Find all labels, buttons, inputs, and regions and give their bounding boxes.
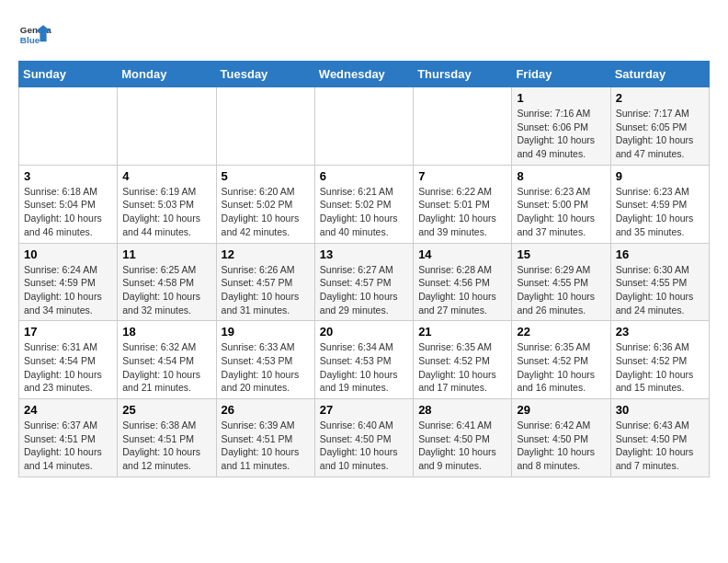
day-number: 11 [122, 247, 210, 261]
calendar-header: SundayMondayTuesdayWednesdayThursdayFrid… [19, 62, 710, 87]
day-info: Sunrise: 6:19 AM Sunset: 5:03 PM Dayligh… [122, 185, 210, 239]
day-info: Sunrise: 6:35 AM Sunset: 4:52 PM Dayligh… [517, 340, 605, 395]
day-number: 5 [222, 169, 310, 183]
day-info: Sunrise: 6:33 AM Sunset: 4:53 PM Dayligh… [222, 340, 310, 395]
day-cell: 20Sunrise: 6:34 AM Sunset: 4:53 PM Dayli… [314, 321, 413, 399]
weekday-header-monday: Monday [118, 62, 216, 87]
day-number: 29 [517, 403, 605, 417]
day-number: 9 [616, 169, 704, 183]
day-cell: 27Sunrise: 6:40 AM Sunset: 4:50 PM Dayli… [314, 399, 413, 477]
day-number: 7 [418, 169, 506, 183]
weekday-header-tuesday: Tuesday [216, 62, 314, 87]
day-info: Sunrise: 6:32 AM Sunset: 4:54 PM Dayligh… [122, 340, 210, 395]
weekday-header-thursday: Thursday [414, 62, 512, 87]
day-cell [118, 87, 216, 166]
day-cell [414, 87, 512, 166]
day-cell: 29Sunrise: 6:42 AM Sunset: 4:50 PM Dayli… [512, 399, 610, 477]
day-info: Sunrise: 6:40 AM Sunset: 4:50 PM Dayligh… [320, 419, 408, 473]
day-number: 17 [24, 325, 112, 339]
day-number: 12 [222, 247, 310, 261]
day-number: 6 [320, 169, 408, 183]
day-cell [314, 87, 413, 166]
day-cell: 1Sunrise: 7:16 AM Sunset: 6:06 PM Daylig… [512, 87, 610, 166]
day-number: 13 [320, 247, 408, 261]
day-info: Sunrise: 7:16 AM Sunset: 6:06 PM Dayligh… [517, 107, 605, 161]
day-cell: 30Sunrise: 6:43 AM Sunset: 4:50 PM Dayli… [610, 399, 709, 477]
header: General Blue [18, 18, 710, 52]
svg-text:Blue: Blue [20, 35, 40, 45]
day-number: 14 [418, 247, 506, 261]
day-info: Sunrise: 6:28 AM Sunset: 4:56 PM Dayligh… [418, 263, 506, 317]
day-cell: 10Sunrise: 6:24 AM Sunset: 4:59 PM Dayli… [19, 243, 118, 321]
day-cell [19, 87, 118, 166]
calendar-table: SundayMondayTuesdayWednesdayThursdayFrid… [18, 61, 710, 477]
weekday-row: SundayMondayTuesdayWednesdayThursdayFrid… [19, 62, 710, 87]
day-cell: 16Sunrise: 6:30 AM Sunset: 4:55 PM Dayli… [610, 243, 709, 321]
day-cell: 24Sunrise: 6:37 AM Sunset: 4:51 PM Dayli… [19, 399, 118, 477]
day-info: Sunrise: 6:42 AM Sunset: 4:50 PM Dayligh… [517, 419, 605, 473]
day-info: Sunrise: 6:37 AM Sunset: 4:51 PM Dayligh… [24, 419, 112, 473]
day-info: Sunrise: 6:21 AM Sunset: 5:02 PM Dayligh… [320, 185, 408, 239]
day-cell: 17Sunrise: 6:31 AM Sunset: 4:54 PM Dayli… [19, 321, 118, 399]
day-cell: 4Sunrise: 6:19 AM Sunset: 5:03 PM Daylig… [118, 165, 216, 243]
week-row-4: 17Sunrise: 6:31 AM Sunset: 4:54 PM Dayli… [19, 321, 710, 399]
calendar-body: 1Sunrise: 7:16 AM Sunset: 6:06 PM Daylig… [19, 87, 710, 477]
day-number: 8 [517, 169, 605, 183]
day-cell: 23Sunrise: 6:36 AM Sunset: 4:52 PM Dayli… [610, 321, 709, 399]
day-info: Sunrise: 6:18 AM Sunset: 5:04 PM Dayligh… [24, 185, 112, 239]
day-cell: 5Sunrise: 6:20 AM Sunset: 5:02 PM Daylig… [216, 165, 314, 243]
day-info: Sunrise: 6:24 AM Sunset: 4:59 PM Dayligh… [24, 263, 112, 317]
day-info: Sunrise: 6:43 AM Sunset: 4:50 PM Dayligh… [616, 419, 704, 473]
day-cell: 13Sunrise: 6:27 AM Sunset: 4:57 PM Dayli… [314, 243, 413, 321]
day-number: 25 [122, 403, 210, 417]
day-number: 16 [616, 247, 704, 261]
day-cell: 15Sunrise: 6:29 AM Sunset: 4:55 PM Dayli… [512, 243, 610, 321]
week-row-1: 1Sunrise: 7:16 AM Sunset: 6:06 PM Daylig… [19, 87, 710, 166]
day-number: 2 [616, 91, 704, 105]
day-cell: 22Sunrise: 6:35 AM Sunset: 4:52 PM Dayli… [512, 321, 610, 399]
weekday-header-wednesday: Wednesday [314, 62, 413, 87]
day-number: 27 [320, 403, 408, 417]
day-cell: 21Sunrise: 6:35 AM Sunset: 4:52 PM Dayli… [414, 321, 512, 399]
weekday-header-sunday: Sunday [19, 62, 118, 87]
day-cell: 12Sunrise: 6:26 AM Sunset: 4:57 PM Dayli… [216, 243, 314, 321]
day-cell: 14Sunrise: 6:28 AM Sunset: 4:56 PM Dayli… [414, 243, 512, 321]
day-cell [216, 87, 314, 166]
day-number: 15 [517, 247, 605, 261]
day-number: 28 [418, 403, 506, 417]
day-cell: 25Sunrise: 6:38 AM Sunset: 4:51 PM Dayli… [118, 399, 216, 477]
day-number: 26 [222, 403, 310, 417]
day-info: Sunrise: 6:25 AM Sunset: 4:58 PM Dayligh… [122, 263, 210, 317]
day-cell: 19Sunrise: 6:33 AM Sunset: 4:53 PM Dayli… [216, 321, 314, 399]
day-number: 21 [418, 325, 506, 339]
day-cell: 2Sunrise: 7:17 AM Sunset: 6:05 PM Daylig… [610, 87, 709, 166]
day-info: Sunrise: 6:35 AM Sunset: 4:52 PM Dayligh… [418, 340, 506, 395]
logo: General Blue [18, 18, 51, 52]
week-row-2: 3Sunrise: 6:18 AM Sunset: 5:04 PM Daylig… [19, 165, 710, 243]
day-cell: 18Sunrise: 6:32 AM Sunset: 4:54 PM Dayli… [118, 321, 216, 399]
day-info: Sunrise: 6:29 AM Sunset: 4:55 PM Dayligh… [517, 263, 605, 317]
day-info: Sunrise: 6:36 AM Sunset: 4:52 PM Dayligh… [616, 340, 704, 395]
day-number: 22 [517, 325, 605, 339]
week-row-5: 24Sunrise: 6:37 AM Sunset: 4:51 PM Dayli… [19, 399, 710, 477]
day-info: Sunrise: 6:41 AM Sunset: 4:50 PM Dayligh… [418, 419, 506, 473]
day-info: Sunrise: 6:38 AM Sunset: 4:51 PM Dayligh… [122, 419, 210, 473]
day-number: 1 [517, 91, 605, 105]
day-cell: 3Sunrise: 6:18 AM Sunset: 5:04 PM Daylig… [19, 165, 118, 243]
day-info: Sunrise: 6:31 AM Sunset: 4:54 PM Dayligh… [24, 340, 112, 395]
day-info: Sunrise: 6:26 AM Sunset: 4:57 PM Dayligh… [222, 263, 310, 317]
day-cell: 9Sunrise: 6:23 AM Sunset: 4:59 PM Daylig… [610, 165, 709, 243]
day-info: Sunrise: 6:20 AM Sunset: 5:02 PM Dayligh… [222, 185, 310, 239]
weekday-header-saturday: Saturday [610, 62, 709, 87]
day-number: 3 [24, 169, 112, 183]
day-number: 23 [616, 325, 704, 339]
day-info: Sunrise: 6:23 AM Sunset: 4:59 PM Dayligh… [616, 185, 704, 239]
day-cell: 11Sunrise: 6:25 AM Sunset: 4:58 PM Dayli… [118, 243, 216, 321]
logo-icon: General Blue [18, 18, 51, 52]
week-row-3: 10Sunrise: 6:24 AM Sunset: 4:59 PM Dayli… [19, 243, 710, 321]
day-number: 20 [320, 325, 408, 339]
day-cell: 8Sunrise: 6:23 AM Sunset: 5:00 PM Daylig… [512, 165, 610, 243]
day-cell: 28Sunrise: 6:41 AM Sunset: 4:50 PM Dayli… [414, 399, 512, 477]
day-number: 24 [24, 403, 112, 417]
day-info: Sunrise: 6:23 AM Sunset: 5:00 PM Dayligh… [517, 185, 605, 239]
